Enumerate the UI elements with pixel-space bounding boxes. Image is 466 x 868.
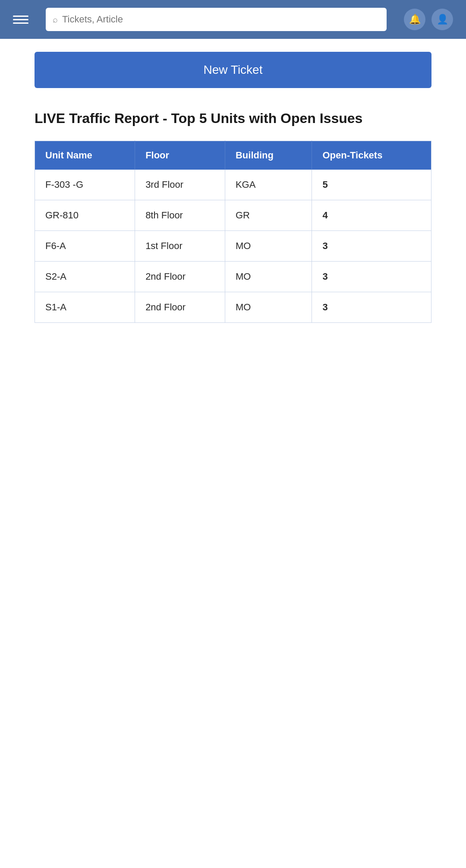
col-header-building: Building <box>225 141 312 170</box>
search-bar: ⌕ <box>46 8 387 31</box>
cell-unit-name: S1-A <box>35 292 135 322</box>
app-header: ⌕ 🔔 👤 <box>0 0 466 39</box>
cell-open-tickets[interactable]: 3 <box>312 292 431 322</box>
cell-floor: 1st Floor <box>135 230 225 261</box>
table-row[interactable]: F6-A1st FloorMO3 <box>35 230 431 261</box>
cell-floor: 8th Floor <box>135 200 225 230</box>
header-actions: 🔔 👤 <box>404 9 453 30</box>
cell-floor: 2nd Floor <box>135 292 225 322</box>
cell-floor: 3rd Floor <box>135 170 225 200</box>
cell-building: KGA <box>225 170 312 200</box>
user-avatar[interactable]: 👤 <box>431 9 453 30</box>
table-header-row: Unit Name Floor Building Open-Tickets <box>35 141 431 170</box>
search-icon: ⌕ <box>53 15 58 25</box>
cell-open-tickets[interactable]: 4 <box>312 200 431 230</box>
cell-open-tickets[interactable]: 3 <box>312 261 431 292</box>
cell-unit-name: F6-A <box>35 230 135 261</box>
main-content: New Ticket LIVE Traffic Report - Top 5 U… <box>0 39 466 336</box>
cell-building: MO <box>225 230 312 261</box>
col-header-open-tickets: Open-Tickets <box>312 141 431 170</box>
col-header-floor: Floor <box>135 141 225 170</box>
table-row[interactable]: GR-8108th FloorGR4 <box>35 200 431 230</box>
cell-unit-name: GR-810 <box>35 200 135 230</box>
table-row[interactable]: S1-A2nd FloorMO3 <box>35 292 431 322</box>
cell-building: MO <box>225 261 312 292</box>
notifications-button[interactable]: 🔔 <box>404 9 425 30</box>
table-row[interactable]: S2-A2nd FloorMO3 <box>35 261 431 292</box>
cell-building: MO <box>225 292 312 322</box>
cell-unit-name: S2-A <box>35 261 135 292</box>
traffic-table: Unit Name Floor Building Open-Tickets F-… <box>35 141 431 323</box>
cell-open-tickets[interactable]: 5 <box>312 170 431 200</box>
cell-floor: 2nd Floor <box>135 261 225 292</box>
cell-open-tickets[interactable]: 3 <box>312 230 431 261</box>
section-title: LIVE Traffic Report - Top 5 Units with O… <box>35 110 431 128</box>
table-row[interactable]: F-303 -G3rd FloorKGA5 <box>35 170 431 200</box>
col-header-unit-name: Unit Name <box>35 141 135 170</box>
search-input[interactable] <box>62 14 380 25</box>
cell-unit-name: F-303 -G <box>35 170 135 200</box>
cell-building: GR <box>225 200 312 230</box>
menu-icon[interactable] <box>13 16 28 24</box>
new-ticket-button[interactable]: New Ticket <box>35 52 431 88</box>
